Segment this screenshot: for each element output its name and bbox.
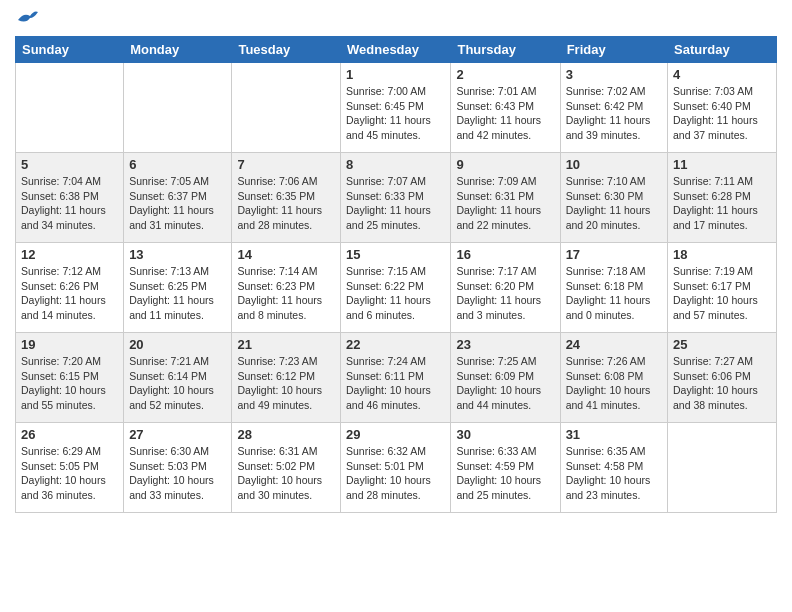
day-info: Sunrise: 7:21 AM Sunset: 6:14 PM Dayligh… — [129, 354, 226, 413]
day-number: 28 — [237, 427, 335, 442]
calendar-day-cell: 24Sunrise: 7:26 AM Sunset: 6:08 PM Dayli… — [560, 333, 667, 423]
logo-bird-icon — [16, 10, 38, 28]
day-info: Sunrise: 6:30 AM Sunset: 5:03 PM Dayligh… — [129, 444, 226, 503]
day-of-week-header: Saturday — [668, 37, 777, 63]
calendar-day-cell: 17Sunrise: 7:18 AM Sunset: 6:18 PM Dayli… — [560, 243, 667, 333]
logo — [15, 10, 39, 28]
day-of-week-header: Thursday — [451, 37, 560, 63]
day-info: Sunrise: 6:32 AM Sunset: 5:01 PM Dayligh… — [346, 444, 445, 503]
calendar-header-row: SundayMondayTuesdayWednesdayThursdayFrid… — [16, 37, 777, 63]
day-info: Sunrise: 7:07 AM Sunset: 6:33 PM Dayligh… — [346, 174, 445, 233]
calendar-day-cell: 28Sunrise: 6:31 AM Sunset: 5:02 PM Dayli… — [232, 423, 341, 513]
calendar-day-cell: 22Sunrise: 7:24 AM Sunset: 6:11 PM Dayli… — [341, 333, 451, 423]
calendar-day-cell — [232, 63, 341, 153]
calendar-day-cell: 21Sunrise: 7:23 AM Sunset: 6:12 PM Dayli… — [232, 333, 341, 423]
day-of-week-header: Wednesday — [341, 37, 451, 63]
page-container: SundayMondayTuesdayWednesdayThursdayFrid… — [0, 0, 792, 528]
calendar-week-row: 19Sunrise: 7:20 AM Sunset: 6:15 PM Dayli… — [16, 333, 777, 423]
day-info: Sunrise: 7:10 AM Sunset: 6:30 PM Dayligh… — [566, 174, 662, 233]
day-number: 5 — [21, 157, 118, 172]
day-info: Sunrise: 7:26 AM Sunset: 6:08 PM Dayligh… — [566, 354, 662, 413]
calendar-day-cell: 11Sunrise: 7:11 AM Sunset: 6:28 PM Dayli… — [668, 153, 777, 243]
day-info: Sunrise: 7:15 AM Sunset: 6:22 PM Dayligh… — [346, 264, 445, 323]
day-info: Sunrise: 7:09 AM Sunset: 6:31 PM Dayligh… — [456, 174, 554, 233]
day-info: Sunrise: 7:01 AM Sunset: 6:43 PM Dayligh… — [456, 84, 554, 143]
day-number: 29 — [346, 427, 445, 442]
calendar-day-cell: 25Sunrise: 7:27 AM Sunset: 6:06 PM Dayli… — [668, 333, 777, 423]
calendar-week-row: 12Sunrise: 7:12 AM Sunset: 6:26 PM Dayli… — [16, 243, 777, 333]
day-number: 3 — [566, 67, 662, 82]
calendar-day-cell: 27Sunrise: 6:30 AM Sunset: 5:03 PM Dayli… — [124, 423, 232, 513]
calendar-day-cell: 8Sunrise: 7:07 AM Sunset: 6:33 PM Daylig… — [341, 153, 451, 243]
calendar-day-cell: 12Sunrise: 7:12 AM Sunset: 6:26 PM Dayli… — [16, 243, 124, 333]
day-number: 23 — [456, 337, 554, 352]
day-number: 12 — [21, 247, 118, 262]
calendar-week-row: 26Sunrise: 6:29 AM Sunset: 5:05 PM Dayli… — [16, 423, 777, 513]
day-number: 18 — [673, 247, 771, 262]
calendar-day-cell: 9Sunrise: 7:09 AM Sunset: 6:31 PM Daylig… — [451, 153, 560, 243]
day-info: Sunrise: 7:04 AM Sunset: 6:38 PM Dayligh… — [21, 174, 118, 233]
calendar-day-cell: 18Sunrise: 7:19 AM Sunset: 6:17 PM Dayli… — [668, 243, 777, 333]
calendar-day-cell: 5Sunrise: 7:04 AM Sunset: 6:38 PM Daylig… — [16, 153, 124, 243]
calendar-day-cell: 31Sunrise: 6:35 AM Sunset: 4:58 PM Dayli… — [560, 423, 667, 513]
calendar-day-cell: 20Sunrise: 7:21 AM Sunset: 6:14 PM Dayli… — [124, 333, 232, 423]
calendar-day-cell: 19Sunrise: 7:20 AM Sunset: 6:15 PM Dayli… — [16, 333, 124, 423]
day-info: Sunrise: 7:23 AM Sunset: 6:12 PM Dayligh… — [237, 354, 335, 413]
day-of-week-header: Monday — [124, 37, 232, 63]
day-number: 31 — [566, 427, 662, 442]
calendar-day-cell: 23Sunrise: 7:25 AM Sunset: 6:09 PM Dayli… — [451, 333, 560, 423]
calendar-day-cell: 4Sunrise: 7:03 AM Sunset: 6:40 PM Daylig… — [668, 63, 777, 153]
day-number: 10 — [566, 157, 662, 172]
day-info: Sunrise: 7:27 AM Sunset: 6:06 PM Dayligh… — [673, 354, 771, 413]
day-number: 24 — [566, 337, 662, 352]
day-info: Sunrise: 6:33 AM Sunset: 4:59 PM Dayligh… — [456, 444, 554, 503]
day-info: Sunrise: 7:14 AM Sunset: 6:23 PM Dayligh… — [237, 264, 335, 323]
day-info: Sunrise: 7:06 AM Sunset: 6:35 PM Dayligh… — [237, 174, 335, 233]
calendar-day-cell: 29Sunrise: 6:32 AM Sunset: 5:01 PM Dayli… — [341, 423, 451, 513]
calendar-day-cell — [668, 423, 777, 513]
day-info: Sunrise: 7:17 AM Sunset: 6:20 PM Dayligh… — [456, 264, 554, 323]
day-info: Sunrise: 7:05 AM Sunset: 6:37 PM Dayligh… — [129, 174, 226, 233]
day-of-week-header: Friday — [560, 37, 667, 63]
calendar-day-cell: 16Sunrise: 7:17 AM Sunset: 6:20 PM Dayli… — [451, 243, 560, 333]
calendar-day-cell — [16, 63, 124, 153]
day-number: 22 — [346, 337, 445, 352]
day-number: 17 — [566, 247, 662, 262]
calendar-day-cell: 7Sunrise: 7:06 AM Sunset: 6:35 PM Daylig… — [232, 153, 341, 243]
calendar-day-cell: 6Sunrise: 7:05 AM Sunset: 6:37 PM Daylig… — [124, 153, 232, 243]
calendar-week-row: 1Sunrise: 7:00 AM Sunset: 6:45 PM Daylig… — [16, 63, 777, 153]
calendar-day-cell: 2Sunrise: 7:01 AM Sunset: 6:43 PM Daylig… — [451, 63, 560, 153]
calendar-day-cell: 15Sunrise: 7:15 AM Sunset: 6:22 PM Dayli… — [341, 243, 451, 333]
day-number: 4 — [673, 67, 771, 82]
day-of-week-header: Sunday — [16, 37, 124, 63]
day-info: Sunrise: 7:11 AM Sunset: 6:28 PM Dayligh… — [673, 174, 771, 233]
day-number: 14 — [237, 247, 335, 262]
day-info: Sunrise: 7:12 AM Sunset: 6:26 PM Dayligh… — [21, 264, 118, 323]
day-number: 30 — [456, 427, 554, 442]
day-info: Sunrise: 7:20 AM Sunset: 6:15 PM Dayligh… — [21, 354, 118, 413]
calendar-day-cell: 30Sunrise: 6:33 AM Sunset: 4:59 PM Dayli… — [451, 423, 560, 513]
calendar-day-cell: 1Sunrise: 7:00 AM Sunset: 6:45 PM Daylig… — [341, 63, 451, 153]
day-number: 25 — [673, 337, 771, 352]
day-info: Sunrise: 7:00 AM Sunset: 6:45 PM Dayligh… — [346, 84, 445, 143]
calendar-week-row: 5Sunrise: 7:04 AM Sunset: 6:38 PM Daylig… — [16, 153, 777, 243]
day-number: 9 — [456, 157, 554, 172]
day-number: 21 — [237, 337, 335, 352]
day-number: 7 — [237, 157, 335, 172]
calendar-day-cell: 3Sunrise: 7:02 AM Sunset: 6:42 PM Daylig… — [560, 63, 667, 153]
day-info: Sunrise: 7:13 AM Sunset: 6:25 PM Dayligh… — [129, 264, 226, 323]
day-info: Sunrise: 7:02 AM Sunset: 6:42 PM Dayligh… — [566, 84, 662, 143]
day-info: Sunrise: 7:03 AM Sunset: 6:40 PM Dayligh… — [673, 84, 771, 143]
day-number: 13 — [129, 247, 226, 262]
logo-text — [15, 10, 39, 28]
calendar-day-cell: 13Sunrise: 7:13 AM Sunset: 6:25 PM Dayli… — [124, 243, 232, 333]
day-info: Sunrise: 7:18 AM Sunset: 6:18 PM Dayligh… — [566, 264, 662, 323]
day-number: 15 — [346, 247, 445, 262]
day-info: Sunrise: 6:31 AM Sunset: 5:02 PM Dayligh… — [237, 444, 335, 503]
day-number: 11 — [673, 157, 771, 172]
calendar-day-cell: 10Sunrise: 7:10 AM Sunset: 6:30 PM Dayli… — [560, 153, 667, 243]
day-number: 1 — [346, 67, 445, 82]
day-number: 27 — [129, 427, 226, 442]
day-number: 26 — [21, 427, 118, 442]
header — [15, 10, 777, 28]
